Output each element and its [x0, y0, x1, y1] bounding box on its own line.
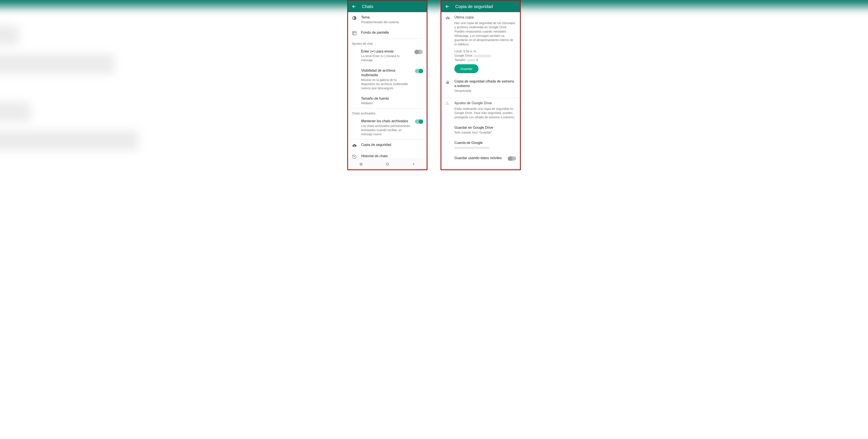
gdrive-value-redacted: [474, 55, 491, 57]
keep-archived-toggle[interactable]: [415, 119, 423, 124]
e2e-backup-item[interactable]: Copia de seguridad cifrada de extremo a …: [441, 76, 520, 96]
item-title: Copia de seguridad: [361, 143, 423, 147]
svg-point-2: [386, 163, 389, 166]
mobile-data-item[interactable]: Guardar usando datos móviles: [441, 153, 520, 164]
item-title: Guardar usando datos móviles: [455, 156, 504, 160]
local-label: Local:: [455, 50, 462, 53]
settings-list: Tema Predeterminado del sistema Fondo de…: [348, 12, 427, 159]
google-account-item[interactable]: Cuenta de Google: [441, 138, 520, 153]
last-backup-section: Última copia Haz una copia de seguridad …: [441, 12, 520, 76]
section-description: Haz una copia de seguridad de tus mensaj…: [455, 21, 516, 47]
gdrive-settings-section: Ajustes de Google Drive Estás realizando…: [441, 98, 520, 123]
android-nav-bar: [348, 159, 427, 169]
item-title: Fondo de pantalla: [361, 30, 423, 35]
app-bar: Copia de seguridad: [441, 1, 520, 12]
nav-back-button[interactable]: [411, 162, 416, 167]
google-drive-icon: [445, 101, 450, 106]
item-title: Historial de chats: [361, 154, 423, 158]
section-title: Última copia: [455, 15, 516, 20]
lock-icon: [445, 80, 450, 84]
media-visibility-item[interactable]: Visibilidad de archivos multimedia Mostr…: [348, 65, 427, 93]
arrow-back-icon: [351, 4, 357, 9]
backup-item[interactable]: Copia de seguridad: [348, 140, 427, 151]
theme-icon: [352, 16, 357, 21]
item-subtitle: Predeterminado del sistema: [361, 20, 423, 24]
chat-history-item[interactable]: Historial de chats: [348, 151, 427, 159]
size-label: Tamaño:: [455, 58, 466, 62]
back-button[interactable]: [445, 4, 450, 9]
back-icon: [412, 162, 415, 166]
save-backup-button[interactable]: Guardar: [455, 64, 478, 73]
wallpaper-item[interactable]: Fondo de pantalla: [348, 27, 427, 39]
app-bar: Chats: [348, 1, 427, 12]
item-title: Tema: [361, 15, 423, 20]
back-button[interactable]: [351, 4, 357, 9]
item-subtitle: Los chats archivados permanecerán archiv…: [361, 124, 410, 136]
nav-home-button[interactable]: [385, 162, 390, 167]
gdrive-backup-row: Google Drive:: [455, 54, 516, 57]
svg-rect-1: [352, 31, 356, 35]
item-title: Visibilidad de archivos multimedia: [361, 68, 410, 78]
size-redacted: [467, 59, 476, 62]
section-description: Estás realizando una copia de seguridad …: [455, 107, 516, 120]
enter-to-send-item[interactable]: Enter (↵) para enviar La tecla Enter (↵)…: [348, 46, 427, 65]
screen-title: Chats: [362, 4, 373, 9]
history-icon: [352, 154, 357, 159]
backup-settings-screen: Copia de seguridad Última copia Haz una …: [440, 0, 521, 170]
section-header-archived: Chats archivados: [348, 109, 427, 116]
font-size-item[interactable]: Tamaño de fuente Mediano: [348, 93, 427, 109]
home-icon: [385, 162, 389, 166]
save-to-gdrive-item[interactable]: Guardar en Google Drive Solo cuando toco…: [441, 122, 520, 138]
size-value: 6: [476, 58, 478, 62]
arrow-back-icon: [445, 4, 450, 9]
nav-recent-button[interactable]: [359, 162, 364, 167]
enter-to-send-toggle[interactable]: [415, 50, 423, 54]
wallpaper-icon: [352, 31, 357, 36]
theme-item[interactable]: Tema Predeterminado del sistema: [348, 12, 427, 27]
account-redacted: [455, 146, 516, 150]
media-visibility-toggle[interactable]: [415, 69, 423, 73]
local-value: 5:34 a. m.: [463, 50, 477, 53]
mobile-data-toggle[interactable]: [508, 156, 516, 160]
item-title: Enter (↵) para enviar: [361, 49, 410, 54]
cloud-upload-icon: [352, 143, 357, 148]
size-row: Tamaño: 6: [455, 58, 516, 62]
backup-content: Última copia Haz una copia de seguridad …: [441, 12, 520, 169]
item-title: Tamaño de fuente: [361, 96, 423, 101]
section-header-chat-settings: Ajustes de chat: [348, 39, 427, 46]
item-title: Copia de seguridad cifrada de extremo a …: [455, 79, 516, 88]
item-subtitle: Desactivada: [455, 89, 516, 93]
screen-title: Copia de seguridad: [455, 4, 493, 9]
keep-archived-item[interactable]: Mantener los chats archivados Los chats …: [348, 116, 427, 139]
section-title: Ajustes de Google Drive: [455, 101, 516, 106]
cloud-upload-icon: [445, 16, 450, 21]
item-subtitle: Mostrar en la galería de tu dispositivo …: [361, 78, 410, 90]
local-backup-row: Local: 5:34 a. m.: [455, 50, 516, 53]
item-title: Mantener los chats archivados: [361, 119, 410, 123]
gdrive-label: Google Drive:: [455, 54, 473, 57]
item-subtitle: Mediano: [361, 101, 423, 105]
chats-settings-screen: Chats Tema Predeterminado del sistema: [347, 0, 428, 170]
item-subtitle: La tecla Enter (↵) enviará tu mensaje: [361, 54, 410, 62]
item-subtitle: Solo cuando toco "Guardar": [455, 130, 516, 135]
recent-icon: [359, 162, 363, 166]
item-title: Guardar en Google Drive: [455, 125, 516, 130]
item-title: Cuenta de Google: [455, 141, 516, 145]
